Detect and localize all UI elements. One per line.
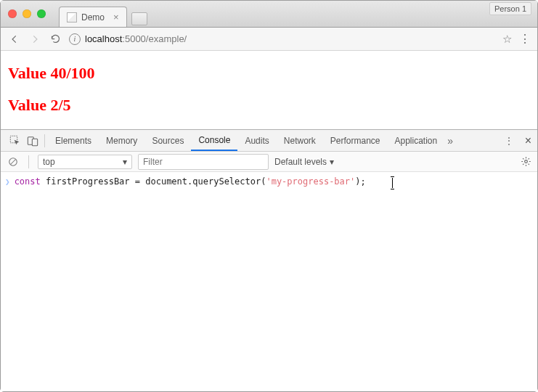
token-equals: =: [135, 176, 145, 187]
chevron-down-icon: ▾: [123, 157, 127, 167]
back-button[interactable]: [8, 33, 21, 46]
console-settings-button[interactable]: [521, 156, 531, 167]
value-line-1: Value 40/100: [8, 64, 530, 83]
arrow-right-icon: [30, 34, 40, 44]
gear-icon: [521, 156, 531, 167]
token-paren-close: );: [355, 176, 365, 187]
url-port: :5000: [122, 33, 146, 44]
context-label: top: [43, 157, 55, 167]
reload-button[interactable]: [49, 33, 62, 46]
profile-badge[interactable]: Person 1: [489, 2, 531, 15]
console-input-line[interactable]: ❯ const firstProgressBar = document.quer…: [5, 175, 533, 188]
new-tab-button[interactable]: [131, 12, 147, 25]
console-code: const firstProgressBar = document.queryS…: [15, 176, 366, 187]
svg-line-4: [11, 159, 16, 164]
svg-rect-2: [32, 139, 37, 145]
address-bar[interactable]: i localhost:5000/example/ ☆: [69, 33, 512, 46]
prompt-caret-icon: ❯: [5, 177, 10, 187]
url-path: /example/: [146, 33, 187, 44]
browser-window: Demo × Person 1 i localhost:5000/example…: [0, 0, 538, 392]
value-line-2: Value 2/5: [8, 96, 530, 115]
tab-elements[interactable]: Elements: [48, 130, 99, 151]
tab-network[interactable]: Network: [277, 130, 323, 151]
bookmark-star-icon[interactable]: ☆: [502, 33, 512, 46]
text-cursor-icon: [392, 178, 393, 188]
browser-tab[interactable]: Demo ×: [59, 7, 127, 27]
token-string: 'my-progress-bar': [266, 176, 355, 187]
inspect-element-button[interactable]: [7, 132, 24, 150]
clear-icon: [8, 157, 18, 167]
nav-toolbar: i localhost:5000/example/ ☆ ⋮: [1, 28, 537, 51]
tab-console[interactable]: Console: [191, 130, 237, 151]
token-method: querySelector: [192, 176, 261, 187]
reload-icon: [50, 33, 61, 44]
minimize-window-button[interactable]: [23, 9, 31, 18]
log-levels-selector[interactable]: Default levels ▾: [274, 157, 334, 167]
chevron-down-icon: ▾: [330, 157, 334, 167]
token-object: document: [145, 176, 187, 187]
tab-application[interactable]: Application: [388, 130, 445, 151]
devtools-panel: Elements Memory Sources Console Audits N…: [1, 129, 537, 391]
tab-strip: Demo ×: [59, 1, 147, 27]
devtools-tabbar: Elements Memory Sources Console Audits N…: [1, 130, 537, 152]
window-controls: [1, 9, 46, 18]
url-host: localhost: [85, 33, 122, 44]
token-variable: firstProgressBar: [41, 176, 135, 187]
page-icon: [67, 12, 77, 23]
tab-performance[interactable]: Performance: [323, 130, 388, 151]
device-toolbar-button[interactable]: [24, 132, 41, 150]
tab-title: Demo: [81, 12, 105, 23]
titlebar: Demo × Person 1: [1, 1, 537, 28]
browser-menu-button[interactable]: ⋮: [519, 32, 530, 46]
close-tab-icon[interactable]: ×: [113, 12, 119, 22]
levels-label: Default levels: [274, 157, 327, 167]
svg-point-5: [525, 160, 528, 163]
clear-console-button[interactable]: [7, 155, 20, 168]
tab-audits[interactable]: Audits: [237, 130, 276, 151]
page-content: Value 40/100 Value 2/5: [1, 51, 537, 129]
console-filter-input[interactable]: [138, 154, 269, 170]
close-window-button[interactable]: [8, 9, 17, 18]
token-keyword: const: [15, 176, 41, 187]
arrow-left-icon: [9, 34, 20, 44]
device-icon: [27, 135, 38, 147]
console-body[interactable]: ❯ const firstProgressBar = document.quer…: [1, 172, 537, 391]
tab-memory[interactable]: Memory: [99, 130, 144, 151]
devtools-close-button[interactable]: ×: [525, 134, 531, 147]
separator: [44, 134, 45, 147]
console-toolbar: top ▾ Default levels ▾: [1, 152, 537, 172]
context-selector[interactable]: top ▾: [38, 155, 132, 169]
tabs-overflow-button[interactable]: »: [447, 135, 453, 147]
maximize-window-button[interactable]: [37, 9, 46, 18]
url-text: localhost:5000/example/: [85, 33, 187, 44]
forward-button[interactable]: [28, 33, 41, 46]
site-info-icon[interactable]: i: [69, 33, 81, 45]
devtools-menu-button[interactable]: ⋮: [500, 132, 518, 150]
tab-sources[interactable]: Sources: [144, 130, 191, 151]
inspect-icon: [9, 135, 21, 147]
separator: [28, 155, 29, 168]
